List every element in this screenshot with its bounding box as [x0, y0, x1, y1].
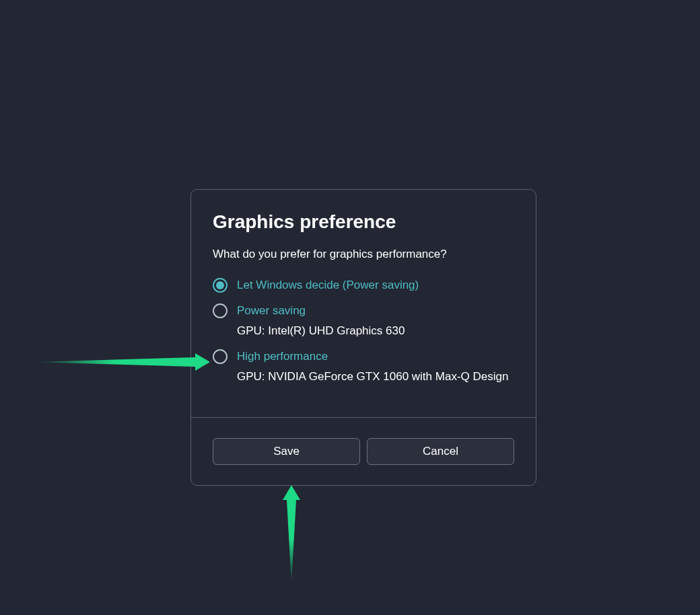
radio-icon: [213, 303, 228, 318]
cancel-button[interactable]: Cancel: [367, 438, 514, 465]
option-texts: Power saving GPU: Intel(R) UHD Graphics …: [237, 303, 405, 339]
option-sublabel: GPU: Intel(R) UHD Graphics 630: [237, 323, 405, 339]
dialog-body: Graphics preference What do you prefer f…: [191, 190, 536, 417]
radio-icon: [213, 349, 228, 364]
annotation-arrow-up-icon: [281, 484, 302, 585]
graphics-preference-dialog: Graphics preference What do you prefer f…: [190, 189, 536, 486]
option-label: High performance: [237, 349, 508, 365]
dialog-title: Graphics preference: [213, 211, 514, 233]
radio-icon: [213, 278, 228, 293]
option-texts: High performance GPU: NVIDIA GeForce GTX…: [237, 349, 508, 385]
annotation-arrow-right-icon: [34, 353, 212, 373]
option-group: Let Windows decide (Power saving) Power …: [213, 277, 514, 385]
option-let-windows-decide[interactable]: Let Windows decide (Power saving): [213, 277, 514, 293]
option-sublabel: GPU: NVIDIA GeForce GTX 1060 with Max-Q …: [237, 369, 508, 385]
dialog-footer: Save Cancel: [191, 417, 536, 485]
option-texts: Let Windows decide (Power saving): [237, 277, 419, 293]
svg-marker-1: [283, 485, 300, 583]
save-button[interactable]: Save: [213, 438, 360, 465]
dialog-question: What do you prefer for graphics performa…: [213, 248, 514, 261]
svg-marker-0: [34, 353, 210, 371]
option-high-performance[interactable]: High performance GPU: NVIDIA GeForce GTX…: [213, 349, 514, 385]
option-label: Power saving: [237, 303, 405, 319]
option-power-saving[interactable]: Power saving GPU: Intel(R) UHD Graphics …: [213, 303, 514, 339]
option-label: Let Windows decide (Power saving): [237, 277, 419, 293]
